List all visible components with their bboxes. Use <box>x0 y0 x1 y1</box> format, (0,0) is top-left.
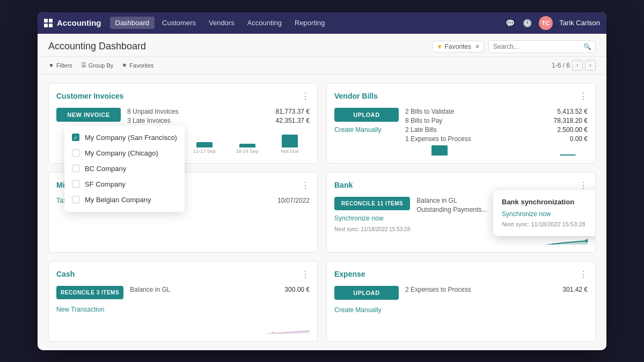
bank-menu-icon[interactable]: ⋮ <box>579 180 588 190</box>
nav-accounting[interactable]: Accounting <box>242 17 287 29</box>
vendor-bills-card: Vendor Bills ⋮ UPLOAD Create Manually 2 … <box>326 83 596 164</box>
create-manually-link[interactable]: Create Manually <box>334 126 399 134</box>
stat-row: 8 Unpaid Invoices 81,773.37 € <box>127 108 310 115</box>
dropdown-item-0[interactable]: My Company (San Francisco) <box>64 130 185 145</box>
app-name: Accounting <box>57 18 101 27</box>
favorites-close[interactable]: × <box>475 43 479 50</box>
bar-label: Not Due <box>270 149 310 154</box>
dropdown-item-4[interactable]: My Belgian Company <box>64 192 185 208</box>
checkbox-0[interactable] <box>72 134 79 141</box>
favorites-tag[interactable]: ▼ Favorites × <box>432 41 484 53</box>
bar <box>431 145 448 156</box>
search-area: ▼ Favorites × 🔍 <box>432 40 596 53</box>
card-left: RECONCILE 11 ITEMS Synchronize now Next … <box>334 197 410 232</box>
bar <box>282 135 298 147</box>
expenses-process-label: 2 Expenses to Process <box>405 286 471 293</box>
cash-menu-icon[interactable]: ⋮ <box>301 269 310 279</box>
cash-balance-value: 300.00 € <box>284 286 310 293</box>
nav-dashboard[interactable]: Dashboard <box>110 17 155 29</box>
nav-right: 💬 🕐 TC Tarik Carlson <box>504 16 600 30</box>
nav-reporting[interactable]: Reporting <box>289 17 330 29</box>
bank-sync-next-text: Next sync: 11/18/2022 15:53:28 <box>502 221 585 227</box>
late-bills-label: 2 Late Bills <box>405 126 437 134</box>
bar-group <box>185 142 224 147</box>
cash-line-chart <box>56 317 310 334</box>
group-by-label: Group By <box>89 62 113 69</box>
late-bills-value: 2,500.00 € <box>557 126 588 134</box>
card-right: 8 Unpaid Invoices 81,773.37 € 3 Late Inv… <box>127 108 310 126</box>
card-menu-icon[interactable]: ⋮ <box>301 91 310 101</box>
stat-row-4: 1 Expenses to Process 0.00 € <box>405 135 588 143</box>
bar-label: 11-17 Sep <box>185 149 224 154</box>
dropdown-label-2: BC Company <box>85 165 126 173</box>
filter-bar: ▼ Filters ☰ Group By ★ Favorites 1-6 / 6… <box>38 57 606 75</box>
expenses-process-label: 1 Expenses to Process <box>405 135 471 143</box>
bar-group <box>228 144 267 147</box>
group-by-button[interactable]: ☰ Group By <box>81 62 113 69</box>
stat-row: 2 Expenses to Process 301.42 € <box>405 286 588 293</box>
unpaid-invoices-value: 81,773.37 € <box>276 108 310 115</box>
new-invoice-button[interactable]: NEW INVOICE <box>56 108 121 122</box>
stat-row: 2 Bills to Validate 5,413.52 € <box>405 108 588 115</box>
card-header: Vendor Bills ⋮ <box>334 91 588 101</box>
late-invoices-value: 42,351.37 € <box>276 117 310 124</box>
next-page-button[interactable]: › <box>585 60 596 71</box>
checkbox-2[interactable] <box>72 165 79 172</box>
filter-icon: ▼ <box>48 62 54 69</box>
bar-label: 18-24 Sep <box>228 149 267 154</box>
nav-customers[interactable]: Customers <box>157 17 201 29</box>
bills-pay-label: 8 Bills to Pay <box>405 117 442 124</box>
search-wrapper: 🔍 <box>488 40 596 53</box>
card-right: 2 Bills to Validate 5,413.52 € 8 Bills t… <box>405 108 588 143</box>
upload-button[interactable]: UPLOAD <box>334 108 399 122</box>
card-left: NEW INVOICE <box>56 108 121 126</box>
favorites-filter-label: Favorites <box>129 62 153 69</box>
dropdown-item-3[interactable]: SF Company <box>64 176 185 192</box>
new-transaction-link[interactable]: New Transaction <box>56 306 123 313</box>
search-input[interactable] <box>488 40 596 53</box>
checkbox-1[interactable] <box>72 149 79 157</box>
card-right: 2 Expenses to Process 301.42 € <box>405 286 588 334</box>
nav-logo[interactable]: Accounting <box>44 18 101 27</box>
filters-button[interactable]: ▼ Filters <box>48 62 72 69</box>
expenses-process-value: 0.00 € <box>570 135 588 143</box>
sync-now-link[interactable]: Synchronize now <box>334 215 410 222</box>
expense-upload-button[interactable]: UPLOAD <box>334 286 399 300</box>
vendor-bills-chart: Due28 Aug-3 SepThis Week11-17 Sep18-24 S… <box>334 143 588 156</box>
expense-create-manually-link[interactable]: Create Manually <box>334 306 399 314</box>
nav-vendors[interactable]: Vendors <box>203 17 240 29</box>
dropdown-label-3: SF Company <box>85 180 126 188</box>
favorites-button[interactable]: ★ Favorites <box>122 62 153 69</box>
svg-point-7 <box>271 332 276 334</box>
sub-header: Accounting Dashboard ▼ Favorites × 🔍 <box>38 34 606 57</box>
bank-sync-title: Bank synchronization <box>502 198 592 206</box>
misc-menu-icon[interactable]: ⋮ <box>301 180 310 190</box>
dropdown-item-2[interactable]: BC Company <box>64 161 185 176</box>
clock-icon[interactable]: 🕐 <box>522 18 532 28</box>
vendor-bills-menu-icon[interactable]: ⋮ <box>579 91 588 101</box>
unpaid-invoices-label: 8 Unpaid Invoices <box>127 108 178 115</box>
reconcile-3-button[interactable]: RECONCILE 3 ITEMS <box>56 286 123 299</box>
card-right: Balance in GL 300.00 € <box>130 286 310 313</box>
search-icon: 🔍 <box>583 43 591 50</box>
bar <box>196 142 213 147</box>
dropdown-item-1[interactable]: My Company (Chicago) <box>64 145 185 161</box>
stat-row-3: 2 Late Bills 2,500.00 € <box>405 126 588 134</box>
stat-row-2: 3 Late Invoices 42,351.37 € <box>127 117 310 124</box>
cash-chart <box>56 317 310 334</box>
bank-sync-now-link[interactable]: Synchronize now <box>502 210 592 218</box>
vendor-bills-title: Vendor Bills <box>334 92 378 100</box>
checkbox-4[interactable] <box>72 196 79 203</box>
expense-menu-icon[interactable]: ⋮ <box>579 269 588 279</box>
checkbox-3[interactable] <box>72 180 79 188</box>
expense-card: Expense ⋮ UPLOAD Create Manually 2 Expen… <box>326 261 596 342</box>
chat-icon[interactable]: 💬 <box>504 18 515 28</box>
card-header: Cash ⋮ <box>56 269 310 279</box>
next-sync-text: Next sync: 11/18/2022 15:53:28 <box>334 226 410 232</box>
cash-balance-label: Balance in GL <box>130 286 170 293</box>
avatar[interactable]: TC <box>539 16 553 30</box>
prev-page-button[interactable]: ‹ <box>572 60 583 71</box>
reconcile-11-button[interactable]: RECONCILE 11 ITEMS <box>334 197 410 210</box>
card-left: RECONCILE 3 ITEMS New Transaction <box>56 286 123 313</box>
cash-title: Cash <box>56 270 75 278</box>
